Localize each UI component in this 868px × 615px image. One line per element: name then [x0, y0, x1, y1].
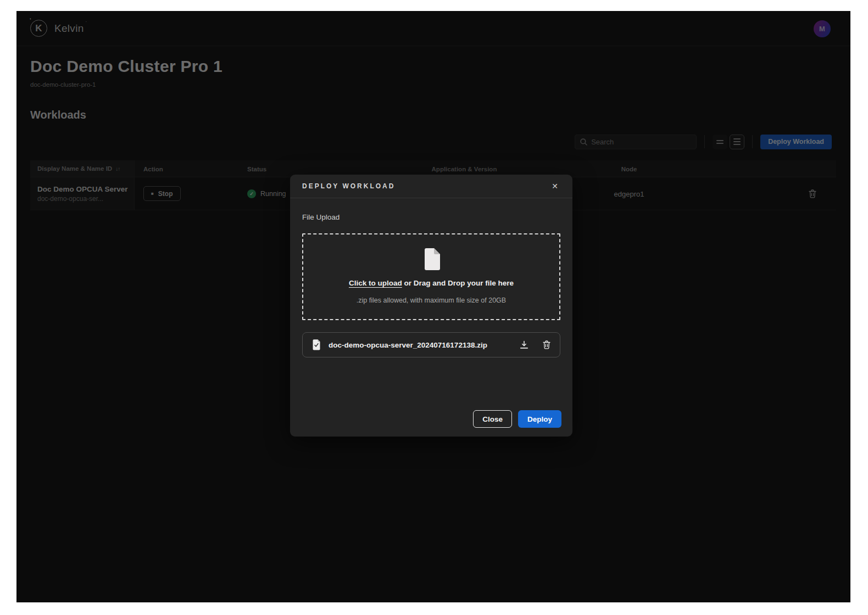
file-upload-label: File Upload — [302, 213, 560, 221]
close-icon[interactable]: ✕ — [549, 181, 560, 192]
remove-file-button[interactable] — [543, 340, 550, 349]
download-icon — [520, 340, 528, 349]
modal-header: DEPLOY WORKLOAD ✕ — [290, 175, 572, 198]
file-check-icon — [312, 339, 321, 350]
modal-title: DEPLOY WORKLOAD — [302, 182, 395, 190]
modal-body: File Upload Click to upload or Drag and … — [290, 213, 572, 357]
uploaded-file-item: doc-demo-opcua-server_20240716172138.zip — [302, 332, 560, 357]
uploaded-file-name: doc-demo-opcua-server_20240716172138.zip — [329, 341, 487, 349]
download-file-button[interactable] — [520, 340, 528, 349]
click-to-upload-link[interactable]: Click to upload — [349, 279, 402, 287]
app-window: K Kelvin M Doc Demo Cluster Pro 1 doc-de… — [16, 11, 850, 602]
modal-deploy-button[interactable]: Deploy — [518, 410, 561, 428]
document-icon — [422, 248, 440, 270]
trash-icon — [543, 340, 550, 349]
modal-footer: Close Deploy — [473, 410, 561, 428]
dropzone-hint: .zip files allowed, with maximum file si… — [357, 297, 506, 304]
dropzone-instruction: Click to upload or Drag and Drop your fi… — [349, 279, 514, 287]
file-dropzone[interactable]: Click to upload or Drag and Drop your fi… — [302, 233, 560, 320]
deploy-workload-modal: DEPLOY WORKLOAD ✕ File Upload Click to u… — [290, 175, 572, 437]
modal-close-button[interactable]: Close — [473, 410, 512, 428]
